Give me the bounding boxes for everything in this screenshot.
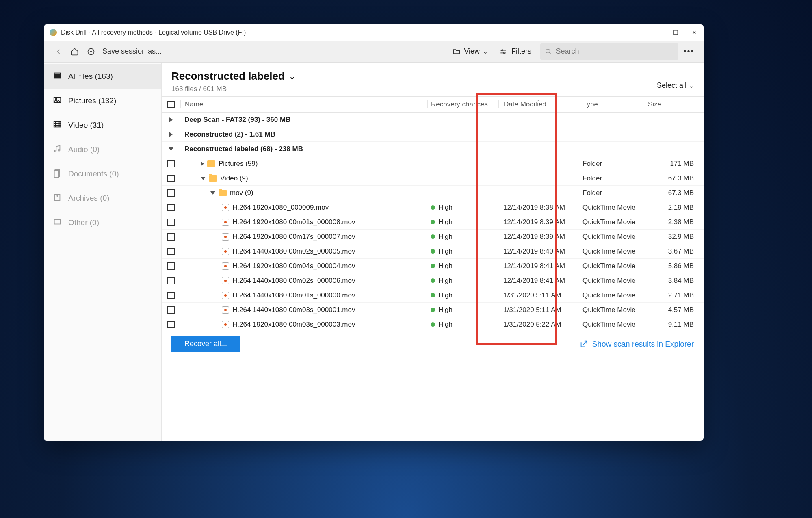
group-row[interactable]: Reconstructed labeled (68) - 238 MB (162, 142, 704, 156)
sidebar-item-other[interactable]: Other (0) (44, 210, 161, 235)
svg-point-3 (546, 49, 550, 53)
sidebar: All files (163)Pictures (132)Video (31)A… (44, 63, 162, 441)
file-row[interactable]: H.264 1920x1080 00m01s_000008.movHigh12/… (162, 215, 704, 230)
col-type[interactable]: Type (578, 100, 643, 108)
recovery-dot-icon (431, 308, 435, 312)
view-dropdown[interactable]: View ⌄ (447, 43, 494, 60)
col-size[interactable]: Size (643, 100, 704, 108)
cell-size: 32.9 MB (643, 233, 704, 241)
file-row[interactable]: H.264 1920x1080 00m04s_000004.movHigh12/… (162, 259, 704, 273)
chevron-down-icon[interactable]: ⌄ (289, 72, 296, 81)
file-row[interactable]: H.264 1440x1080 00m02s_000006.movHigh12/… (162, 273, 704, 288)
row-checkbox[interactable] (167, 277, 175, 284)
maximize-button[interactable]: ☐ (666, 24, 685, 41)
cell-recovery: High (438, 306, 453, 314)
file-row[interactable]: H.264 1920x1080 00m17s_000007.movHigh12/… (162, 230, 704, 244)
cell-date: 12/14/2019 8:39 AM (498, 233, 578, 241)
show-in-explorer-link[interactable]: Show scan results in Explorer (579, 340, 694, 349)
cell-size: 3.67 MB (643, 247, 704, 256)
row-checkbox[interactable] (167, 262, 175, 270)
sidebar-item-image[interactable]: Pictures (132) (44, 89, 161, 113)
sidebar-item-archive[interactable]: Archives (0) (44, 186, 161, 210)
group-name: Reconstructed labeled (68) - 238 MB (184, 145, 303, 153)
expand-toggle-icon[interactable] (201, 161, 204, 166)
row-checkbox[interactable] (167, 306, 175, 314)
row-checkbox[interactable] (167, 175, 175, 182)
app-window: Disk Drill - All recovery methods - Logi… (44, 24, 704, 441)
expand-toggle-icon[interactable] (169, 117, 173, 122)
sidebar-item-doc[interactable]: Documents (0) (44, 162, 161, 186)
group-row[interactable]: Reconstructed (2) - 1.61 MB (162, 127, 704, 142)
col-name[interactable]: Name (180, 100, 427, 108)
file-name: H.264 1920x1080 00m04s_000004.mov (232, 262, 355, 270)
folder-row[interactable]: mov (9)Folder67.3 MB (162, 186, 704, 200)
close-button[interactable]: ✕ (685, 24, 704, 41)
cell-size: 67.3 MB (643, 189, 704, 197)
window-title: Disk Drill - All recovery methods - Logi… (61, 29, 647, 36)
sliders-icon (499, 48, 507, 56)
home-button[interactable] (67, 43, 83, 60)
back-button[interactable] (50, 43, 67, 60)
svg-rect-4 (54, 73, 61, 74)
group-name: Deep Scan - FAT32 (93) - 360 MB (184, 116, 290, 124)
folder-icon (219, 190, 227, 196)
row-checkbox[interactable] (167, 160, 175, 167)
folder-row[interactable]: Video (9)Folder67.3 MB (162, 171, 704, 186)
sidebar-item-video[interactable]: Video (31) (44, 113, 161, 137)
cell-date: 12/14/2019 8:39 AM (498, 218, 578, 226)
sidebar-item-stack[interactable]: All files (163) (44, 64, 161, 89)
expand-toggle-icon[interactable] (169, 132, 173, 137)
sidebar-item-label: Pictures (132) (68, 96, 116, 105)
expand-toggle-icon[interactable] (210, 191, 215, 195)
filters-button[interactable]: Filters (494, 43, 537, 60)
row-checkbox[interactable] (167, 321, 175, 328)
select-all-checkbox[interactable] (167, 101, 175, 108)
expand-toggle-icon[interactable] (201, 177, 206, 180)
file-name: H.264 1920x1080_000009.mov (232, 204, 329, 212)
cell-type: QuickTime Movie (578, 218, 643, 226)
sidebar-item-audio[interactable]: Audio (0) (44, 137, 161, 162)
cell-recovery: High (438, 321, 453, 329)
expand-toggle-icon[interactable] (169, 147, 173, 151)
row-checkbox[interactable] (167, 248, 175, 255)
file-tree: Deep Scan - FAT32 (93) - 360 MBReconstru… (162, 113, 704, 332)
cell-type: Folder (578, 189, 643, 197)
select-all-button[interactable]: Select all ⌄ (657, 81, 694, 90)
mov-file-icon (222, 321, 229, 328)
cell-size: 67.3 MB (643, 174, 704, 182)
file-row[interactable]: H.264 1920x1080 00m03s_000003.movHigh1/3… (162, 317, 704, 332)
row-checkbox[interactable] (167, 189, 175, 197)
search-box[interactable] (540, 43, 678, 60)
save-session-label[interactable]: Save session as... (102, 47, 162, 56)
minimize-button[interactable]: — (647, 24, 666, 41)
group-row[interactable]: Deep Scan - FAT32 (93) - 360 MB (162, 113, 704, 127)
mov-file-icon (222, 233, 229, 241)
file-row[interactable]: H.264 1440x1080 00m01s_000000.movHigh1/3… (162, 288, 704, 303)
cell-size: 3.84 MB (643, 277, 704, 285)
col-recovery[interactable]: Recovery chances (427, 100, 498, 108)
svg-point-10 (55, 150, 56, 152)
mov-file-icon (222, 262, 229, 270)
row-checkbox[interactable] (167, 233, 175, 241)
row-checkbox[interactable] (167, 219, 175, 226)
cell-date: 12/14/2019 8:41 AM (498, 277, 578, 285)
doc-icon (53, 169, 62, 180)
more-button[interactable]: ••• (681, 43, 697, 60)
file-row[interactable]: H.264 1440x1080 00m02s_000005.movHigh12/… (162, 244, 704, 259)
mov-file-icon (222, 204, 229, 211)
sidebar-item-label: Archives (0) (68, 194, 109, 203)
recovery-dot-icon (431, 293, 435, 297)
row-checkbox[interactable] (167, 292, 175, 299)
folder-row[interactable]: Pictures (59)Folder171 MB (162, 156, 704, 171)
cell-recovery: High (438, 233, 453, 241)
file-row[interactable]: H.264 1440x1080 00m03s_000001.movHigh1/3… (162, 303, 704, 317)
col-date[interactable]: ⌃ Date Modified (498, 100, 578, 108)
search-input[interactable] (556, 47, 673, 56)
recover-all-button[interactable]: Recover all... (171, 336, 240, 352)
cell-size: 171 MB (643, 160, 704, 168)
cell-type: QuickTime Movie (578, 321, 643, 329)
file-row[interactable]: H.264 1920x1080_000009.movHigh12/14/2019… (162, 200, 704, 215)
save-session-icon[interactable] (83, 43, 99, 60)
row-checkbox[interactable] (167, 204, 175, 211)
sidebar-item-label: Video (31) (68, 121, 104, 130)
